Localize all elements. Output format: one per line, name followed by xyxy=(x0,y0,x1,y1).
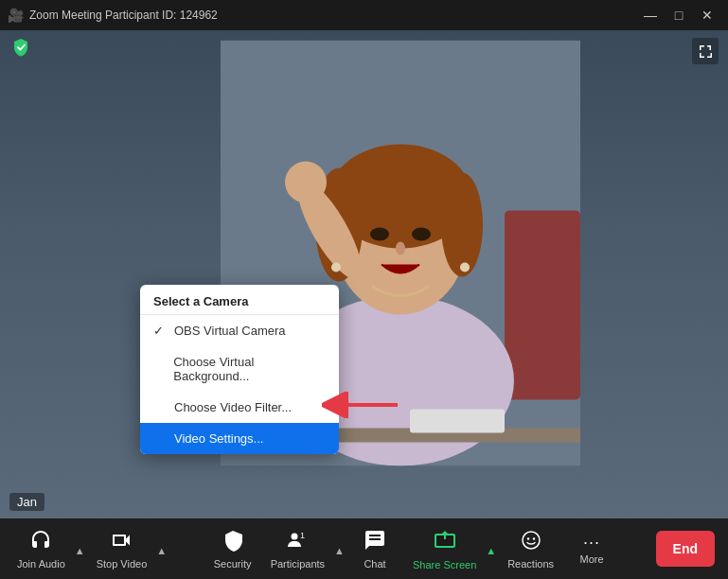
toolbar-left: Join Audio ▲ Stop Video ▲ xyxy=(8,518,169,579)
share-screen-caret[interactable]: ▲ xyxy=(486,518,498,579)
camera-virtual-bg[interactable]: Choose Virtual Background... xyxy=(140,346,339,392)
maximize-button[interactable]: □ xyxy=(666,6,692,25)
share-screen-group: Share Screen ▲ xyxy=(403,518,498,579)
context-menu-header: Select a Camera xyxy=(140,285,339,315)
svg-point-7 xyxy=(441,173,483,277)
toolbar-right: End xyxy=(656,531,720,567)
security-button[interactable]: Security xyxy=(204,523,261,575)
svg-point-16 xyxy=(460,263,470,272)
no-check-3 xyxy=(153,431,169,446)
camera-context-menu: Select a Camera ✓ OBS Virtual Camera Cho… xyxy=(140,285,339,454)
join-audio-group: Join Audio ▲ xyxy=(8,518,87,579)
svg-point-12 xyxy=(285,162,327,203)
check-icon: ✓ xyxy=(153,324,169,338)
reactions-icon xyxy=(520,529,542,555)
end-button[interactable]: End xyxy=(656,531,715,567)
join-audio-caret[interactable]: ▲ xyxy=(75,518,87,579)
chat-label: Chat xyxy=(364,558,385,570)
camera-obs[interactable]: ✓ OBS Virtual Camera xyxy=(140,315,339,346)
share-screen-label: Share Screen xyxy=(413,559,476,570)
toolbar: Join Audio ▲ Stop Video ▲ xyxy=(0,518,728,579)
svg-rect-1 xyxy=(505,211,580,400)
more-icon: ··· xyxy=(583,534,600,551)
more-button[interactable]: ··· More xyxy=(563,528,620,570)
reactions-button[interactable]: Reactions xyxy=(498,523,563,575)
participants-caret[interactable]: ▲ xyxy=(334,518,346,579)
svg-point-10 xyxy=(396,242,405,255)
title-bar-left: 🎥 Zoom Meeting Participant ID: 124962 xyxy=(8,8,218,23)
svg-rect-14 xyxy=(410,410,505,433)
participants-button[interactable]: 1 Participants xyxy=(261,523,334,575)
expand-button[interactable] xyxy=(692,38,719,64)
participants-group: 1 Participants ▲ xyxy=(261,518,346,579)
stop-video-button[interactable]: Stop Video xyxy=(87,523,157,575)
no-check-2 xyxy=(153,400,169,414)
svg-point-19 xyxy=(292,533,298,539)
share-screen-button[interactable]: Share Screen xyxy=(403,522,486,576)
svg-point-23 xyxy=(523,532,540,549)
svg-point-15 xyxy=(331,263,341,272)
reactions-label: Reactions xyxy=(507,558,554,570)
camera-video-filter[interactable]: Choose Video Filter... xyxy=(140,392,339,423)
arrow-annotation xyxy=(322,392,407,422)
chat-icon xyxy=(364,529,386,555)
more-label: More xyxy=(580,553,604,565)
participants-icon: 1 xyxy=(286,529,309,555)
close-button[interactable]: ✕ xyxy=(694,6,720,25)
security-label: Security xyxy=(214,558,252,570)
svg-text:1: 1 xyxy=(300,531,305,540)
stop-video-label: Stop Video xyxy=(97,558,148,570)
participants-label: Participants xyxy=(271,558,325,570)
video-area: Jan Select a Camera ✓ OBS Virtual Camera… xyxy=(0,30,728,518)
stop-video-caret[interactable]: ▲ xyxy=(156,518,169,579)
participant-name: Jan xyxy=(9,493,44,511)
svg-point-9 xyxy=(412,228,431,241)
title-bar: 🎥 Zoom Meeting Participant ID: 124962 — … xyxy=(0,0,728,30)
toolbar-center: Security 1 Participants ▲ xyxy=(169,518,655,579)
title-bar-controls: — □ ✕ xyxy=(637,6,720,25)
svg-point-8 xyxy=(370,228,389,241)
video-icon xyxy=(110,529,133,555)
video-feed xyxy=(0,30,728,518)
no-check xyxy=(153,362,168,377)
app-icon: 🎥 xyxy=(8,8,24,23)
join-audio-button[interactable]: Join Audio xyxy=(8,523,75,575)
title-bar-title: Zoom Meeting Participant ID: 124962 xyxy=(29,9,218,22)
svg-point-24 xyxy=(526,537,528,539)
svg-point-25 xyxy=(532,537,534,539)
headphone-icon xyxy=(29,529,52,555)
security-icon xyxy=(222,529,244,555)
minimize-button[interactable]: — xyxy=(637,6,664,25)
stop-video-group: Stop Video ▲ xyxy=(87,518,169,579)
video-settings-item[interactable]: Video Settings... xyxy=(140,423,339,454)
share-screen-icon xyxy=(433,528,457,556)
shield-badge xyxy=(9,36,32,59)
chat-button[interactable]: Chat xyxy=(346,523,403,575)
join-audio-label: Join Audio xyxy=(17,558,65,570)
